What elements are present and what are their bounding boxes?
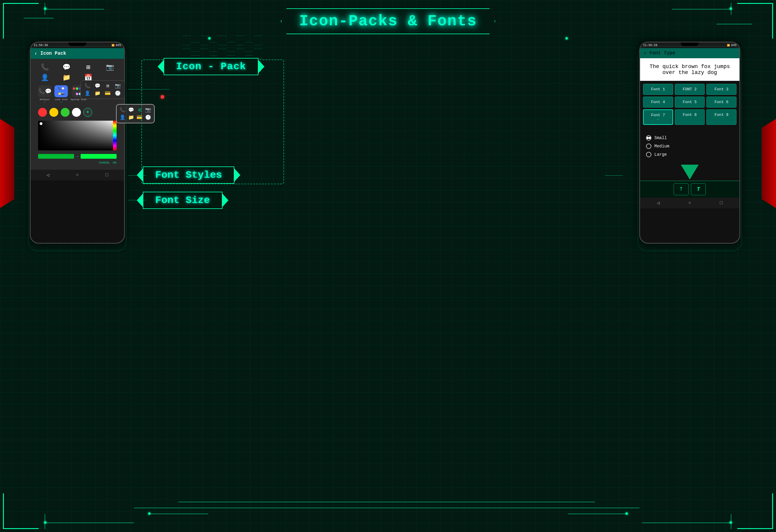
fp2-wallet: 💳 — [136, 114, 143, 120]
picker-buttons: CANCEL OK — [35, 160, 120, 165]
fp-icon-phone: 📞 — [83, 83, 91, 89]
phone-right: 11:56:28 📶 84% ‹ Font Type The quick bro… — [639, 42, 740, 244]
top-bar-title-left: Icon Pack — [40, 51, 66, 56]
top-bar-right: ‹ Font Type — [640, 48, 739, 58]
fp-icon-grid2: ⊞ — [104, 83, 112, 89]
color-preview-new — [80, 154, 117, 159]
font-grid: Font 1 FONT 2 Font 3 Font 4 Font 5 Font … — [640, 81, 739, 128]
font-btn-1[interactable]: Font 1 — [643, 84, 673, 95]
icon-type-default-check: ✓ — [44, 101, 45, 103]
font-btn-5[interactable]: Font 5 — [675, 96, 705, 107]
font-btn-8[interactable]: Font 8 — [675, 109, 705, 125]
icon-phone: 📞 — [35, 63, 54, 71]
font-btn-4[interactable]: Font 4 — [643, 96, 673, 107]
nav-recent-right[interactable]: □ — [720, 200, 723, 206]
phone-navbar-right: ◁ ○ □ — [640, 198, 739, 208]
top-bar-left: ‹ Icon Pack — [31, 48, 124, 59]
phone-app-content: 📞 💬 ⊞ 📷 👤 📁 📅 📞💬 Default ✓ 📞💬 📁📷 — [31, 59, 124, 170]
fp2-folder: 📁 — [128, 114, 135, 120]
radio-small[interactable] — [646, 135, 651, 141]
triangle-down — [681, 165, 699, 180]
radio-large[interactable] — [646, 152, 651, 157]
corner-bottom-left — [3, 493, 39, 529]
fp2-person: 👤 — [119, 114, 126, 120]
fp2-cam: 📷 — [145, 107, 152, 113]
size-medium[interactable]: Medium — [646, 144, 734, 149]
color-picker-area[interactable] — [38, 121, 117, 151]
circuit-h-2 — [128, 175, 146, 176]
bottom-toolbar-right: T T — [640, 181, 739, 198]
floating-panel-line-icons: 📞 💬 ⊞ 📷 👤 📁 💳 🕐 — [80, 80, 125, 99]
fp-icon-msg: 💬 — [93, 83, 102, 89]
icon-sms: 💬 — [57, 63, 76, 71]
main-title-banner: Icon-Packs & Fonts — [281, 8, 496, 34]
side-deco-left — [0, 119, 24, 208]
size-large[interactable]: Large — [646, 152, 734, 157]
cancel-button[interactable]: CANCEL — [99, 161, 110, 164]
font-7-check: ✓ — [645, 117, 671, 121]
color-preview-row: → — [35, 153, 120, 160]
font-btn-9[interactable]: Font 9 — [707, 109, 737, 125]
icon-grid-app: ⊞ — [78, 63, 98, 71]
circuit-h-3 — [128, 200, 146, 200]
fp-icon-cam: 📷 — [114, 83, 122, 89]
icon-type-default-label: Default — [40, 98, 50, 101]
font-size-options: Small Medium Large — [640, 128, 739, 165]
add-color-button[interactable]: + — [83, 108, 92, 117]
fp-icon-person: 👤 — [83, 90, 91, 96]
status-time-left: 11:56:38 — [34, 44, 48, 47]
icon-type-line[interactable]: 📞💬 📁📷 Line Icon ✓ — [54, 85, 68, 103]
phone-notch-right — [681, 42, 699, 46]
font-btn-6[interactable]: Font 6 — [707, 96, 737, 107]
back-button-left[interactable]: ‹ — [34, 50, 37, 56]
top-bar-title-right: Font Type — [649, 50, 675, 56]
radio-medium[interactable] — [646, 144, 651, 149]
icon-files: 📁 — [57, 74, 76, 82]
nav-back-left[interactable]: ◁ — [46, 172, 49, 178]
fp2-phone: 📞 — [119, 107, 126, 113]
status-battery-left: 84% — [116, 44, 121, 47]
nav-back-right[interactable]: ◁ — [657, 200, 660, 206]
size-small-label: Small — [654, 136, 667, 140]
color-arrow: → — [76, 155, 78, 158]
fp2-grid: ⊞ — [136, 107, 143, 113]
size-large-label: Large — [654, 152, 667, 157]
icon-grid-main: 📞 💬 ⊞ 📷 👤 📁 📅 — [35, 63, 120, 82]
icon-contacts: 👤 — [35, 74, 54, 82]
font-styles-label: Font Styles — [155, 170, 222, 181]
toolbar-font-icon[interactable]: T — [691, 183, 706, 195]
fp-grid-1: 📞 💬 ⊞ 📷 👤 📁 💳 🕐 — [83, 83, 122, 96]
color-red[interactable] — [38, 108, 47, 117]
font-btn-3[interactable]: Font 3 — [707, 84, 737, 95]
status-time-right: 11:56:28 — [643, 44, 657, 47]
phone-left: 11:56:38 📶 84% ‹ Icon Pack 📞 💬 ⊞ 📷 👤 📁 📅… — [30, 42, 125, 244]
toolbar-text-icon[interactable]: T — [674, 183, 689, 195]
main-title: Icon-Packs & Fonts — [299, 12, 477, 30]
fp-icon-wallet: 💳 — [104, 90, 112, 96]
corner-bottom-right — [737, 493, 773, 529]
nav-home-left[interactable]: ○ — [76, 172, 79, 178]
icon-type-default[interactable]: 📞💬 Default ✓ — [38, 85, 51, 103]
font-styles-banner: Font Styles — [137, 167, 240, 184]
circuit-h-1 — [128, 89, 170, 89]
nav-home-right[interactable]: ○ — [688, 200, 691, 206]
size-medium-label: Medium — [654, 144, 669, 149]
nav-recent-left[interactable]: □ — [106, 172, 109, 178]
size-small[interactable]: Small — [646, 135, 734, 141]
color-white[interactable] — [72, 108, 81, 117]
fp-icon-clock: 🕐 — [114, 90, 122, 96]
icon-pack-banner: Icon - Pack — [158, 58, 264, 75]
icon-camera: 📷 — [100, 63, 120, 71]
corner-top-left — [3, 3, 39, 39]
ok-button[interactable]: OK — [113, 161, 117, 164]
color-yellow[interactable] — [49, 108, 58, 117]
back-button-right[interactable]: ‹ — [644, 50, 647, 56]
bottom-circuits — [0, 490, 776, 532]
font-size-banner: Font Size — [137, 192, 228, 209]
preview-text: The quick brown fox jumps over the lazy … — [640, 58, 739, 81]
font-btn-7[interactable]: Font 7 ✓ — [643, 109, 673, 125]
icon-pack-label: Icon - Pack — [176, 61, 246, 72]
color-green[interactable] — [61, 108, 69, 117]
font-btn-2[interactable]: FONT 2 — [675, 84, 705, 95]
phone-notch-left — [68, 42, 86, 46]
